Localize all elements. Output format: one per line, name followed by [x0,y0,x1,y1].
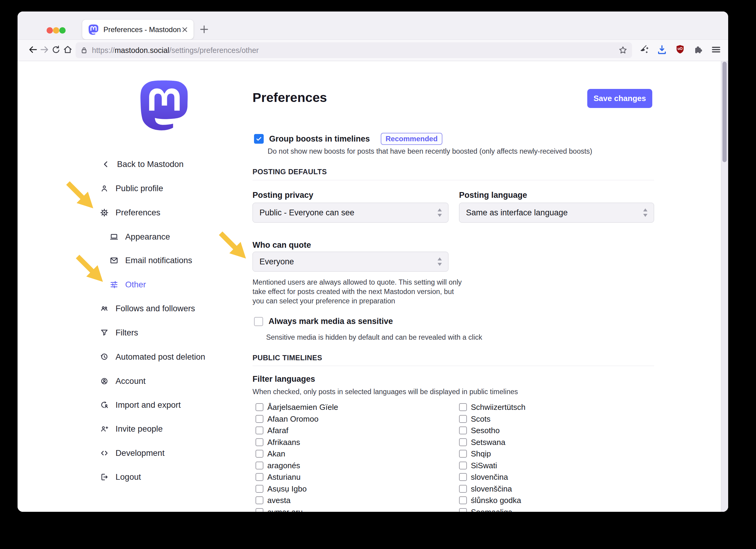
download-icon[interactable] [656,44,668,57]
fullscreen-window-button[interactable] [59,27,66,34]
language-label: SiSwati [471,461,497,470]
language-checkbox[interactable] [256,496,263,504]
tab-close-icon[interactable] [181,26,189,34]
language-checkbox[interactable] [256,485,263,493]
sidebar-item-development[interactable]: Development [100,446,165,460]
who-can-quote-label: Who can quote [253,240,311,250]
language-checkbox[interactable] [256,508,263,512]
sidebar-item-appearance[interactable]: Appearance [109,230,170,243]
sidebar-item-label: Invite people [116,424,163,434]
language-label: Scots [471,414,490,424]
group-boosts-row: Group boosts in timelines Recommended [254,133,442,145]
url-bar[interactable]: https://mastodon.social/settings/prefere… [76,42,632,58]
gear-icon [100,208,109,217]
sidebar-item-label: Account [116,376,145,386]
language-option: Scots [459,415,490,423]
language-checkbox[interactable] [256,403,263,411]
sidebar-item-label: Filters [116,328,138,338]
sidebar-item-public-profile[interactable]: Public profile [100,182,163,195]
language-checkbox[interactable] [256,426,263,434]
language-checkbox[interactable] [459,508,467,512]
bookmark-star-icon[interactable] [618,45,628,55]
language-label: Shqip [471,449,491,459]
new-tab-button[interactable] [199,24,209,34]
who-can-quote-hint: Mentioned users are always allowed to qu… [253,278,464,306]
sensitive-checkbox[interactable] [254,317,263,326]
sidebar-item-email-notifications[interactable]: Email notifications [109,254,192,267]
language-checkbox[interactable] [256,415,263,423]
forward-button[interactable] [39,44,50,56]
language-checkbox[interactable] [459,403,467,411]
scrollbar-thumb[interactable] [722,62,727,162]
posting-language-select[interactable]: Same as interface language [459,203,654,223]
chevron-left-icon [101,160,110,169]
sidebar-item-filters[interactable]: Filters [100,326,138,339]
sidebar-item-other[interactable]: Other [109,278,146,291]
page-scrollbar[interactable] [721,61,728,512]
svg-text:uO: uO [678,47,683,51]
language-checkbox[interactable] [459,473,467,481]
language-option: Setswana [459,438,505,446]
sidebar-item-label: Public profile [116,184,163,193]
posting-privacy-select[interactable]: Public - Everyone can see [253,203,448,223]
sidebar-back-to-mastodon[interactable]: Back to Mastodon [101,158,184,171]
language-checkbox[interactable] [459,415,467,423]
group-boosts-checkbox[interactable] [254,134,264,144]
language-label: Afaan Oromoo [267,414,318,424]
code-icon [100,449,109,458]
save-changes-button[interactable]: Save changes [587,89,652,108]
language-checkbox[interactable] [459,462,467,469]
language-option: Sesotho [459,426,500,435]
sensitive-hint: Sensitive media is hidden by default and… [266,333,629,342]
who-can-quote-select[interactable]: Everyone [253,252,448,272]
language-option: Soomaaliga [459,508,512,512]
language-checkbox[interactable] [459,426,467,434]
menu-hamburger-icon[interactable] [711,44,722,56]
language-checkbox[interactable] [256,462,263,469]
language-checkbox[interactable] [459,496,467,504]
home-button[interactable] [63,44,73,56]
language-label: aragonés [267,461,300,470]
sidebar-item-import-and-export[interactable]: Import and export [100,398,181,412]
sidebar-item-label: Follows and followers [116,304,195,313]
sidebar-item-account[interactable]: Account [100,374,145,388]
browser-tab[interactable]: Preferences - Mastodon [82,20,194,39]
back-button[interactable] [28,44,38,56]
reload-button[interactable] [51,45,61,56]
annotation-arrow-preferences [63,179,98,212]
url-host: mastodon.social [115,46,169,54]
sidebar-item-automated-post-deletion[interactable]: Automated post deletion [100,350,205,364]
tab-title: Preferences - Mastodon [103,25,181,34]
language-checkbox[interactable] [459,438,467,446]
sidebar-item-label: Back to Mastodon [117,159,184,169]
minimize-window-button[interactable] [53,27,59,34]
import-export-icon [100,400,109,410]
url-path: /settings/preferences/other [169,46,259,54]
person-icon [100,184,109,193]
funnel-icon [100,328,109,337]
url-text: https://mastodon.social/settings/prefere… [92,46,618,55]
language-label: Asturianu [267,472,301,482]
language-label: Åarjelsaemien Gïele [267,403,338,412]
language-label: slovenčina [471,472,508,482]
extensions-puzzle-icon[interactable] [692,44,703,56]
language-checkbox[interactable] [256,473,263,481]
posting-privacy-value: Public - Everyone can see [259,208,437,217]
sidebar-item-invite-people[interactable]: Invite people [100,422,163,436]
language-option: avesta [256,496,291,505]
who-can-quote-value: Everyone [259,257,437,266]
language-checkbox[interactable] [459,450,467,458]
sidebar-item-follows-and-followers[interactable]: Follows and followers [100,302,195,315]
close-window-button[interactable] [47,27,53,34]
language-checkbox[interactable] [459,485,467,493]
clear-cache-extension-icon[interactable] [638,44,650,57]
sidebar-item-logout[interactable]: Logout [100,470,141,484]
divider [253,366,654,366]
language-label: Asụsụ Igbo [267,484,307,494]
language-checkbox[interactable] [256,438,263,446]
sidebar-item-preferences[interactable]: Preferences [100,206,160,219]
people-group-icon [100,304,109,313]
language-checkbox[interactable] [256,450,263,458]
ublock-origin-icon[interactable]: uO [674,44,686,57]
sidebar-item-label: Email notifications [125,256,192,265]
